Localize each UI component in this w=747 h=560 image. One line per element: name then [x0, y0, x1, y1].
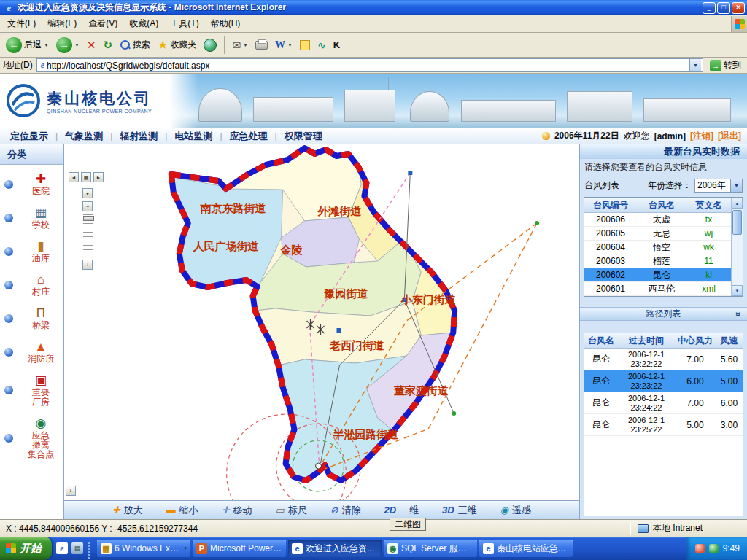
path-row[interactable]: 昆仑2006-12-1 23:25:225.003.00 — [584, 414, 743, 436]
path-list-header[interactable]: 路径列表 » — [580, 307, 747, 321]
tray-antivirus-icon[interactable] — [695, 544, 705, 553]
taskbar-button-4[interactable]: ◉SQL Server 服务... — [384, 540, 477, 557]
path-row[interactable]: 昆仑2006-12-1 23:24:227.006.00 — [584, 392, 743, 414]
edit-dropdown-icon[interactable]: ▼ — [287, 42, 293, 47]
forward-dropdown-icon[interactable]: ▼ — [74, 42, 80, 47]
year-select[interactable]: 2006年 ▼ — [694, 179, 743, 192]
maptool-ruler[interactable]: ▭标尺 — [276, 504, 307, 517]
pan-right-button[interactable]: ► — [93, 172, 104, 182]
zoom-out-step-button[interactable]: − — [82, 201, 93, 211]
pan-left-button[interactable]: ◄ — [69, 172, 79, 182]
sidebar-header[interactable]: 分类 — [0, 144, 63, 165]
maptool-zoom-in[interactable]: ✚放大 — [112, 504, 143, 517]
hospital-icon: ✚ — [36, 172, 46, 187]
maptool-view-3d[interactable]: 3D三维 — [442, 504, 477, 517]
scroll-down-icon[interactable]: ▼ — [732, 285, 743, 296]
history-button[interactable] — [201, 37, 220, 53]
mail-button[interactable]: ✉ ▼ — [229, 38, 251, 52]
nav-tab-6[interactable]: 权限管理 — [277, 130, 330, 143]
typhoon-row[interactable]: 200606太虚tx — [584, 213, 731, 227]
show-desktop-icon[interactable]: ▤ — [71, 542, 83, 554]
typhoon-table-scrollbar[interactable]: ▲ ▼ — [731, 198, 743, 296]
address-dropdown-icon[interactable]: ▼ — [689, 59, 701, 71]
scroll-thumb[interactable] — [732, 210, 742, 235]
nav-tab-3[interactable]: 辐射监测 — [112, 130, 165, 143]
sidebar-item-hospital[interactable]: ✚医院 — [0, 172, 63, 196]
mail-dropdown-icon[interactable]: ▼ — [243, 42, 248, 47]
address-input[interactable]: e http://localhost/QSgridwebgis/default.… — [36, 58, 703, 72]
edit-button[interactable]: W ▼ — [272, 38, 295, 52]
refresh-button[interactable]: ↻ — [100, 37, 115, 53]
maptool-pan[interactable]: ✛移动 — [222, 504, 252, 517]
full-extent-button[interactable]: ▦ — [81, 172, 91, 182]
sidebar-item-fire-station[interactable]: ▲消防所 — [0, 340, 63, 364]
map-region-label: 豫园街道 — [324, 287, 369, 300]
favorites-button[interactable]: ★ 收藏夹 — [155, 36, 199, 53]
menu-item[interactable]: 工具(T) — [164, 15, 204, 32]
search-button[interactable]: 搜索 — [117, 37, 153, 52]
messenger-button[interactable]: ∿ — [314, 38, 329, 52]
sidebar-item-oil-depot[interactable]: ▮油库 — [0, 239, 63, 263]
path-row[interactable]: 昆仑2006-12-1 23:22:227.005.60 — [584, 349, 743, 370]
menu-item[interactable]: 帮助(H) — [205, 15, 247, 32]
go-button[interactable]: → 转到 — [707, 58, 744, 72]
nav-tab-2[interactable]: 气象监测 — [58, 130, 110, 143]
map-canvas[interactable]: 南京东路街道外滩街道人民广场街道金陵豫园街道小东门街道老西门街道董家渡街道半淞园… — [64, 144, 579, 500]
alert-icon — [542, 132, 550, 140]
menu-item[interactable]: 收藏(A) — [123, 15, 164, 32]
maximize-button[interactable]: □ — [717, 2, 730, 14]
nav-tab-4[interactable]: 电站监测 — [167, 130, 220, 143]
quicklaunch-ie-icon[interactable]: e — [56, 542, 68, 554]
close-button[interactable]: ✕ — [732, 2, 745, 14]
maptool-zoom-out[interactable]: ▬缩小 — [166, 504, 198, 517]
back-button[interactable]: ← 后退 ▼ — [3, 36, 52, 55]
minimize-button[interactable]: _ — [703, 2, 716, 14]
taskbar-button-3[interactable]: e欢迎进入应急资... — [288, 540, 382, 557]
typhoon-row[interactable]: 200604悟空wk — [584, 241, 731, 254]
menu-item[interactable]: 查看(V) — [82, 15, 123, 32]
pan-down-button[interactable]: ▼ — [82, 188, 93, 198]
sidebar-item-bridge[interactable]: Π桥梁 — [0, 306, 63, 330]
typhoon-row[interactable]: 200601西马伦xml — [584, 282, 731, 296]
stop-button[interactable]: ✕ — [84, 37, 99, 53]
nav-tab-5[interactable]: 应急处理 — [222, 130, 275, 143]
zoom-in-step-button[interactable]: + — [82, 260, 93, 270]
scroll-up-icon[interactable]: ▲ — [732, 198, 743, 209]
maptool-remote-sensing[interactable]: ◉遥感 — [500, 504, 531, 517]
path-row[interactable]: 昆仑2006-12-1 23:23:226.005.00 — [584, 370, 743, 392]
typhoon-row[interactable]: 200605无忌wj — [584, 227, 731, 241]
back-dropdown-icon[interactable]: ▼ — [44, 42, 49, 47]
tray-network-icon[interactable] — [709, 544, 719, 553]
sidebar-item-plant[interactable]: ▣重要 厂房 — [0, 373, 63, 407]
custom-k-button[interactable]: K — [330, 38, 343, 52]
ie-logo-icon: e — [4, 2, 15, 13]
year-select-label: 年份选择： — [648, 179, 692, 192]
taskbar-button-5[interactable]: e秦山核电站应急... — [479, 540, 573, 557]
menu-item[interactable]: 编辑(E) — [42, 15, 82, 32]
maptool-label: 移动 — [233, 504, 252, 517]
print-button[interactable] — [252, 39, 271, 51]
logout-link[interactable]: [注销] — [690, 130, 713, 142]
exit-link[interactable]: [退出] — [718, 130, 741, 142]
maptool-clear[interactable]: ⊘清除 — [330, 504, 361, 517]
nav-tab-1[interactable]: 定位显示 — [3, 130, 55, 143]
start-button[interactable]: 开始 — [0, 537, 52, 560]
maptool-view-2d[interactable]: 2D二维 — [384, 504, 419, 517]
typhoon-id: 200601 — [584, 284, 637, 294]
menu-item[interactable]: 文件(F) — [1, 15, 42, 32]
taskbar-button-2[interactable]: PMicrosoft PowerP... — [193, 540, 286, 557]
collapse-sidebar-button[interactable]: › — [66, 486, 76, 496]
sidebar-item-assembly-point[interactable]: ◉应急 撤离 集合点 — [0, 416, 63, 459]
taskbar-button-1[interactable]: ▦6 Windows Expl...▾ — [97, 540, 190, 557]
go-arrow-icon: → — [710, 60, 721, 71]
discuss-button[interactable] — [297, 39, 313, 52]
collapse-chevron-icon[interactable]: » — [734, 312, 744, 317]
zoom-slider[interactable] — [83, 214, 93, 257]
sidebar-item-school[interactable]: ▦学校 — [0, 206, 63, 230]
typhoon-row[interactable]: 200603榴莲11 — [584, 254, 731, 268]
sidebar-item-village[interactable]: ⌂村庄 — [0, 273, 63, 297]
typhoon-row[interactable]: 200602昆仑kl — [584, 268, 731, 282]
map-viewport[interactable]: 南京东路街道外滩街道人民广场街道金陵豫园街道小东门街道老西门街道董家渡街道半淞园… — [64, 144, 579, 500]
assembly-point-icon: ◉ — [36, 416, 47, 431]
forward-button[interactable]: → ▼ — [53, 36, 82, 55]
